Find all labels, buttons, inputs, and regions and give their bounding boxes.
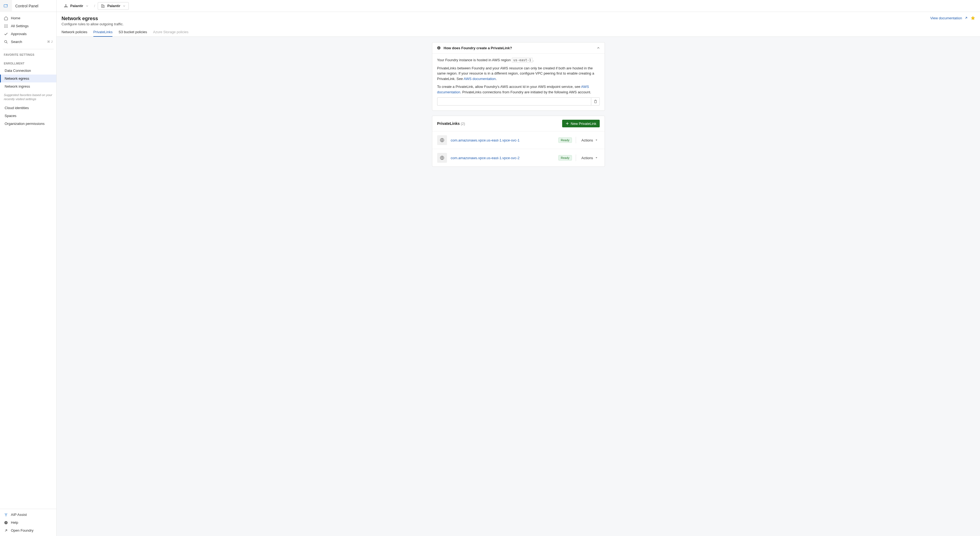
info-p2b: . <box>496 77 497 81</box>
info-p3b: . PrivateLinks connections from Foundry … <box>460 90 591 94</box>
breadcrumb-org[interactable]: Palantir <box>61 2 91 10</box>
sidebar-item-label: Organization permissions <box>5 122 45 126</box>
external-link-icon <box>964 16 968 20</box>
svg-point-9 <box>6 27 6 27</box>
svg-point-3 <box>6 24 6 25</box>
nav-home[interactable]: Home <box>0 14 56 22</box>
nav-label: Help <box>11 520 52 525</box>
assist-icon <box>4 512 8 517</box>
svg-point-5 <box>4 25 5 26</box>
tab-privatelinks[interactable]: PrivateLinks <box>93 30 113 37</box>
new-privatelink-button[interactable]: New PrivateLink <box>562 120 600 127</box>
chevron-down-icon <box>86 4 89 8</box>
view-documentation-link[interactable]: View documentation <box>930 16 968 20</box>
sidebar-item-network-ingress[interactable]: Network ingress <box>0 82 56 90</box>
list-count: (2) <box>461 122 465 126</box>
page-title: Network egress <box>62 16 124 22</box>
globe-icon <box>437 153 447 163</box>
row-actions-button[interactable]: Actions <box>580 137 600 143</box>
topbar: Palantir / Palantir <box>57 0 980 12</box>
nav-label: AIP Assist <box>11 512 52 517</box>
svg-rect-23 <box>595 100 597 103</box>
tab-s3-bucket-policies[interactable]: S3 bucket policies <box>118 30 147 37</box>
copy-button[interactable] <box>591 97 600 106</box>
app-title: Control Panel <box>12 4 38 8</box>
nav-shortcut: ⌘ J <box>47 40 52 44</box>
list-title: PrivateLinks <box>437 121 460 126</box>
enrollment-section-label: ENROLLMENT <box>0 58 56 67</box>
app-logo[interactable] <box>0 0 12 12</box>
caret-down-icon <box>595 138 598 142</box>
breadcrumb-separator: / <box>94 4 95 8</box>
status-badge: Ready <box>558 137 572 143</box>
nav-label: Home <box>11 16 52 20</box>
svg-point-6 <box>6 25 6 26</box>
svg-point-22 <box>439 47 439 48</box>
info-card-header[interactable]: How does Foundry create a PrivateLink? <box>432 43 605 53</box>
sidebar-item-spaces[interactable]: Spaces <box>0 112 56 120</box>
search-icon <box>4 40 8 44</box>
svg-text:?: ? <box>5 521 7 524</box>
nav-search[interactable]: Search ⌘ J <box>0 38 56 46</box>
info-p2a: PrivateLinks between Foundry and your AW… <box>437 66 594 81</box>
plus-icon <box>565 122 569 125</box>
button-label: New PrivateLink <box>571 122 597 126</box>
home-icon <box>4 16 8 21</box>
aws-docs-link-1[interactable]: AWS documentation <box>464 77 496 81</box>
info-card-title: How does Foundry create a PrivateLink? <box>444 46 597 50</box>
favorite-star-icon[interactable] <box>971 16 975 20</box>
info-icon <box>437 46 441 50</box>
svg-point-14 <box>65 4 67 5</box>
sidebar-item-network-egress[interactable]: Network egress <box>0 75 56 82</box>
svg-point-1 <box>6 4 8 5</box>
tab-azure-storage-policies: Azure Storage policies <box>153 30 188 37</box>
nav-label: Open Foundry <box>11 528 52 533</box>
info-p1-prefix: Your Foundry instance is hosted in AWS r… <box>437 58 512 62</box>
caret-down-icon <box>595 156 598 159</box>
sidebar-item-label: Network ingress <box>5 84 30 89</box>
breadcrumb-label: Palantir <box>107 4 120 8</box>
check-icon <box>4 32 8 36</box>
svg-rect-19 <box>103 5 105 7</box>
suggested-favorites-hint: Suggested favorites based on your recent… <box>0 90 56 104</box>
org-icon <box>64 4 68 8</box>
info-p3a: To create a PrivateLink, allow Foundry's… <box>437 85 581 89</box>
chevron-down-icon <box>123 4 126 8</box>
nav-label: Approvals <box>11 32 52 36</box>
privatelink-name[interactable]: com.amazonaws.vpce.us-east-1.vpce-svc-1 <box>451 138 555 142</box>
sidebar-item-label: Cloud identities <box>5 106 29 110</box>
nav-label: Search <box>11 40 47 44</box>
sidebar-item-org-permissions[interactable]: Organization permissions <box>0 120 56 128</box>
privatelink-name[interactable]: com.amazonaws.vpce.us-east-1.vpce-svc-2 <box>451 156 555 160</box>
globe-icon <box>437 135 447 145</box>
svg-point-11 <box>5 40 7 43</box>
nav-all-settings[interactable]: All Settings <box>0 22 56 30</box>
sidebar: Control Panel Home All Settings Approval… <box>0 0 57 536</box>
breadcrumb-project[interactable]: Palantir <box>98 2 129 10</box>
nav-label: All Settings <box>11 24 52 28</box>
grid-icon <box>4 24 8 28</box>
sidebar-item-label: Data Connection <box>5 68 31 73</box>
sidebar-item-data-connection[interactable]: Data Connection <box>0 67 56 75</box>
row-actions-button[interactable]: Actions <box>580 155 600 161</box>
tab-network-policies[interactable]: Network policies <box>62 30 88 37</box>
svg-point-8 <box>4 27 5 27</box>
nav-approvals[interactable]: Approvals <box>0 30 56 38</box>
help-icon: ? <box>4 520 8 525</box>
sidebar-item-label: Spaces <box>5 114 16 118</box>
svg-point-10 <box>7 27 7 27</box>
tabs: Network policies PrivateLinks S3 bucket … <box>57 26 980 37</box>
sidebar-header: Control Panel <box>0 0 56 12</box>
privatelink-row: com.amazonaws.vpce.us-east-1.vpce-svc-2 … <box>432 149 605 167</box>
nav-aip-assist[interactable]: AIP Assist <box>0 511 56 519</box>
status-badge: Ready <box>558 155 572 160</box>
nav-open-foundry[interactable]: Open Foundry <box>0 526 56 534</box>
info-card-body: Your Foundry instance is hosted in AWS r… <box>432 53 605 111</box>
clipboard-icon <box>593 100 597 103</box>
nav-help[interactable]: ? Help <box>0 519 56 526</box>
aws-account-input[interactable] <box>437 97 591 106</box>
info-card: How does Foundry create a PrivateLink? Y… <box>432 42 605 111</box>
sidebar-item-cloud-identities[interactable]: Cloud identities <box>0 104 56 112</box>
svg-point-7 <box>7 25 7 26</box>
privatelink-row: com.amazonaws.vpce.us-east-1.vpce-svc-1 … <box>432 131 605 149</box>
